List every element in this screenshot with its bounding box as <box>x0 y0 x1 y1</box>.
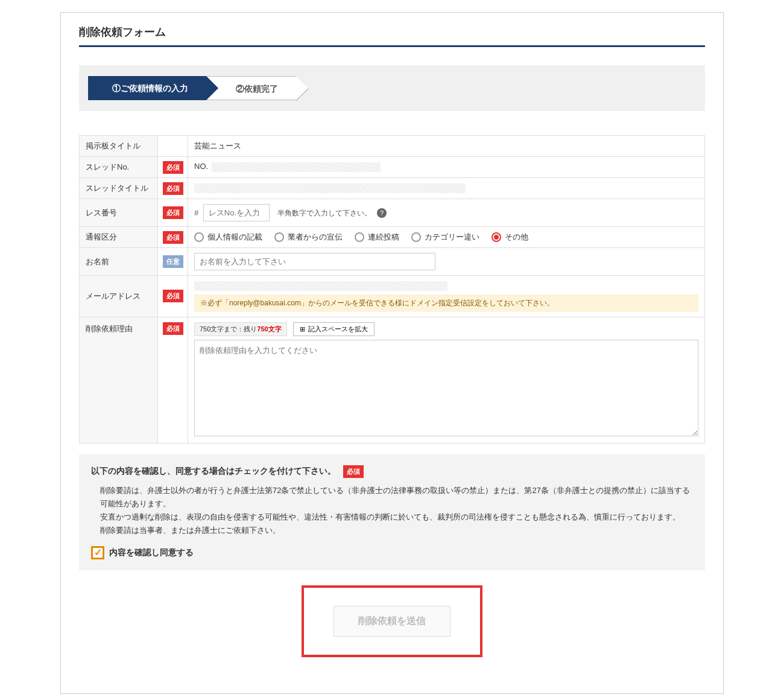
name-input[interactable] <box>194 253 435 270</box>
report-type-option[interactable]: カテゴリー違い <box>411 232 479 243</box>
radio-label: その他 <box>505 232 528 243</box>
agreement-checkbox[interactable] <box>91 546 104 559</box>
agreement-box: 以下の内容を確認し、同意する場合はチェックを付けて下さい。 必須 削除要請は、弁… <box>79 454 705 570</box>
hash-symbol: # <box>194 208 198 217</box>
radio-icon <box>492 232 501 242</box>
report-type-label: 通報区分 <box>80 227 158 248</box>
radio-icon <box>274 232 284 242</box>
thread-no-redacted <box>212 162 381 172</box>
radio-label: 連続投稿 <box>368 232 399 243</box>
progress-step-1: ①ご依頼情報の入力 <box>88 76 206 100</box>
res-no-input[interactable] <box>203 204 270 221</box>
help-icon[interactable]: ? <box>377 208 387 218</box>
form-table: 掲示板タイトル 芸能ニュース スレッドNo. 必須 NO. スレッドタイトル 必… <box>79 135 705 444</box>
thread-title-value <box>188 178 705 199</box>
form-container: 削除依頼フォーム ①ご依頼情報の入力 ②依頼完了 掲示板タイトル 芸能ニュース … <box>60 12 724 694</box>
required-badge: 必須 <box>163 322 183 335</box>
optional-badge: 任意 <box>163 255 183 268</box>
radio-icon <box>355 232 364 242</box>
report-type-radio-group: 個人情報の記載業者からの宣伝連続投稿カテゴリー違いその他 <box>194 232 698 243</box>
board-title-label: 掲示板タイトル <box>80 136 158 157</box>
radio-label: 個人情報の記載 <box>207 232 262 243</box>
name-label: お名前 <box>80 248 158 276</box>
thread-title-redacted <box>194 183 466 193</box>
radio-label: 業者からの宣伝 <box>288 232 343 243</box>
email-note: ※必ず「noreply@bakusai.com」からのメールを受信できる様にドメ… <box>194 294 698 312</box>
reason-textarea[interactable] <box>194 340 698 436</box>
thread-no-value: NO. <box>188 157 705 178</box>
char-count: 750文字まで：残り750文字 <box>194 322 287 336</box>
required-badge: 必須 <box>163 231 183 244</box>
required-badge: 必須 <box>343 465 364 478</box>
required-badge: 必須 <box>163 206 183 219</box>
radio-icon <box>194 232 204 242</box>
report-type-option[interactable]: 個人情報の記載 <box>194 232 262 243</box>
res-no-label: レス番号 <box>80 199 158 227</box>
report-type-option[interactable]: 業者からの宣伝 <box>274 232 343 243</box>
agreement-body: 削除要請は、弁護士以外の者が行うと弁護士法第72条で禁止している（非弁護士の法律… <box>100 484 693 537</box>
page-title: 削除依頼フォーム <box>79 25 705 47</box>
plus-icon: ⊞ <box>300 325 305 333</box>
thread-title-label: スレッドタイトル <box>80 178 158 199</box>
report-type-option[interactable]: その他 <box>492 232 528 243</box>
expand-textarea-button[interactable]: ⊞ 記入スペースを拡大 <box>293 322 375 336</box>
required-badge: 必須 <box>163 290 183 302</box>
email-redacted <box>194 281 447 291</box>
progress-step-2: ②依頼完了 <box>206 76 297 100</box>
email-label: メールアドレス <box>80 276 158 317</box>
agreement-checkbox-label[interactable]: 内容を確認し同意する <box>91 546 693 559</box>
required-badge: 必須 <box>163 182 183 195</box>
res-no-hint: 半角数字で入力して下さい。 <box>277 209 371 217</box>
submit-button[interactable]: 削除依頼を送信 <box>334 606 450 637</box>
report-type-option[interactable]: 連続投稿 <box>355 232 399 243</box>
agreement-heading: 以下の内容を確認し、同意する場合はチェックを付けて下さい。 必須 <box>91 465 693 478</box>
submit-highlight-box: 削除依頼を送信 <box>302 585 482 657</box>
radio-icon <box>411 232 421 242</box>
reason-label: 削除依頼理由 <box>80 317 158 443</box>
board-title-value: 芸能ニュース <box>188 136 705 157</box>
progress-bar: ①ご依頼情報の入力 ②依頼完了 <box>79 65 705 111</box>
radio-label: カテゴリー違い <box>425 232 479 243</box>
required-badge: 必須 <box>163 161 183 174</box>
thread-no-label: スレッドNo. <box>80 157 158 178</box>
